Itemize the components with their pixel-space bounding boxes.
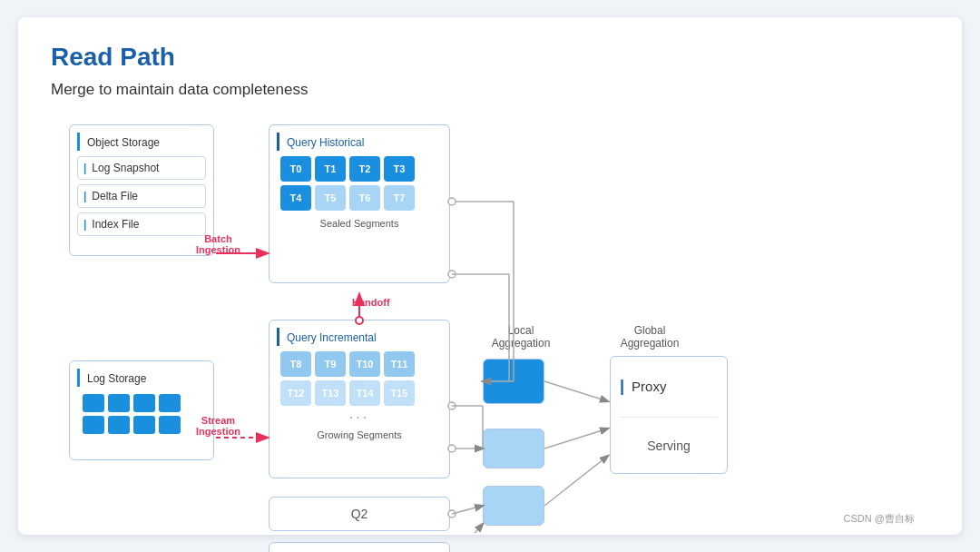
seg-t10: T10 xyxy=(349,351,380,377)
log-block xyxy=(108,416,130,434)
page-subtitle: Merge to maintain data completeness xyxy=(51,81,929,99)
svg-line-21 xyxy=(544,429,608,448)
seg-t12: T12 xyxy=(280,380,311,406)
svg-line-20 xyxy=(544,381,608,401)
seg-t1: T1 xyxy=(315,156,346,182)
seg-t8: T8 xyxy=(280,351,311,377)
log-block xyxy=(159,416,181,434)
svg-line-22 xyxy=(544,456,608,506)
seg-t4: T4 xyxy=(280,185,311,211)
log-storage-label: Log Storage xyxy=(77,369,206,387)
agg-block-main xyxy=(483,359,544,404)
q2-label: Q2 xyxy=(351,507,368,521)
serving-proxy-box: Proxy Serving xyxy=(610,356,728,474)
sealed-segments-label: Sealed Segments xyxy=(277,218,442,229)
seg-t0: T0 xyxy=(280,156,311,182)
query-incremental-box: Query Incremental T8 T9 T10 T11 T12 T13 … xyxy=(269,320,450,478)
q3-box: Q3 xyxy=(269,542,450,552)
svg-line-17 xyxy=(452,506,483,514)
log-block xyxy=(133,416,155,434)
seg-row-3: T8 T9 T10 T11 xyxy=(280,351,438,377)
log-block xyxy=(83,416,104,434)
dots: ··· xyxy=(277,409,442,426)
local-aggregation-label: LocalAggregation xyxy=(485,324,557,350)
delta-file-item: Delta File xyxy=(77,184,206,208)
handoff-label: Handoff xyxy=(352,297,390,308)
log-block xyxy=(159,394,181,412)
object-storage-box: Object Storage Log Snapshot Delta File I… xyxy=(69,124,214,256)
log-storage-box: Log Storage xyxy=(69,360,214,460)
seg-t15: T15 xyxy=(384,380,415,406)
growing-segments-label: Growing Segments xyxy=(277,429,442,440)
agg-block-2 xyxy=(483,429,544,468)
seg-row-1: T0 T1 T2 T3 xyxy=(280,156,438,182)
log-blocks xyxy=(77,389,206,439)
query-historical-box: Query Historical T0 T1 T2 T3 T4 T5 T6 T7… xyxy=(269,124,450,283)
index-file-item: Index File xyxy=(77,212,206,236)
proxy-label: Proxy xyxy=(620,377,718,396)
seg-row-4: T12 T13 T14 T15 xyxy=(280,380,438,406)
global-aggregation-label: GlobalAggregation xyxy=(604,324,695,350)
serving-label: Serving xyxy=(647,439,690,453)
svg-line-19 xyxy=(452,524,483,533)
seg-t13: T13 xyxy=(315,380,346,406)
watermark-text: CSDN @曹自标 xyxy=(844,512,915,526)
seg-t9: T9 xyxy=(315,351,346,377)
seg-row-2: T4 T5 T6 T7 xyxy=(280,185,438,211)
log-block xyxy=(83,394,104,412)
q2-box: Q2 xyxy=(269,497,450,531)
seg-t11: T11 xyxy=(384,351,415,377)
seg-t6: T6 xyxy=(349,185,380,211)
seg-t14: T14 xyxy=(349,380,380,406)
slide: Read Path Merge to maintain data complet… xyxy=(18,17,962,535)
seg-t5: T5 xyxy=(315,185,346,211)
agg-block-3 xyxy=(483,486,544,526)
seg-t7: T7 xyxy=(384,185,415,211)
growing-segments-grid: T8 T9 T10 T11 T12 T13 T14 T15 xyxy=(277,348,442,409)
object-storage-label: Object Storage xyxy=(77,133,206,151)
diagram: Object Storage Log Snapshot Delta File I… xyxy=(51,115,929,533)
log-block xyxy=(108,394,130,412)
stream-ingestion-label: StreamIngestion xyxy=(196,415,240,437)
page-title: Read Path xyxy=(51,43,929,72)
seg-t3: T3 xyxy=(384,156,415,182)
seg-t2: T2 xyxy=(349,156,380,182)
log-snapshot-item: Log Snapshot xyxy=(77,156,206,180)
batch-ingestion-label: BatchIngestion xyxy=(196,233,240,255)
log-block xyxy=(133,394,155,412)
query-incremental-label: Query Incremental xyxy=(277,328,442,346)
query-historical-label: Query Historical xyxy=(277,133,442,151)
sealed-segments-grid: T0 T1 T2 T3 T4 T5 T6 T7 xyxy=(277,153,442,214)
